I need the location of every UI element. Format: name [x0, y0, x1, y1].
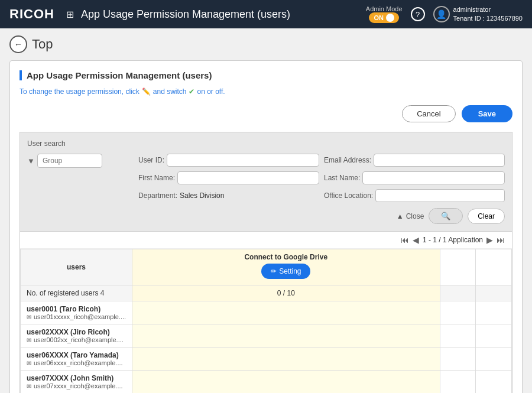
user-empty1-1 [440, 324, 476, 347]
registered-row: No. of registered users 4 0 / 10 [21, 285, 512, 301]
toggle-circle [386, 14, 394, 22]
userid-row: User ID: [138, 154, 319, 167]
user-app-cell-3 [132, 371, 440, 394]
lastname-row: Last Name: [324, 171, 505, 184]
pagination-row: ⏮ ◀ 1 - 1 / 1 Application ▶ ⏭ [20, 232, 512, 249]
prev-page-button[interactable]: ◀ [413, 235, 419, 245]
firstname-input[interactable] [177, 171, 319, 184]
user-email: ✉ user07xxxx_ricoh@example.... [27, 382, 126, 389]
user-empty1-0 [440, 301, 476, 324]
setting-label: Setting [279, 267, 301, 275]
user-cell-1: user02XXXX (Jiro Ricoh) ✉ user0002xx_ric… [21, 324, 132, 347]
header-title: App Usage Permission Management (users) [81, 8, 359, 21]
user-search-section: User search ▼ User ID: [20, 132, 512, 232]
user-empty1-3 [440, 371, 476, 394]
email-label: Email Address: [324, 156, 371, 164]
user-name: administrator [453, 5, 523, 14]
user-app-cell-1 [132, 324, 440, 347]
last-page-button[interactable]: ⏭ [497, 235, 505, 245]
grid-icon[interactable]: ⊞ [66, 9, 74, 20]
user-empty2-2 [476, 347, 512, 371]
edit-icon: ✏️ [142, 87, 151, 96]
back-button[interactable]: ← [9, 35, 27, 53]
pagination-info: 1 - 1 / 1 Application [423, 236, 483, 244]
email-row: Email Address: [324, 154, 505, 167]
department-value: Sales Division [180, 191, 224, 200]
user-email: ✉ user01xxxxx_ricoh@example.... [27, 313, 126, 320]
email-input[interactable] [374, 154, 505, 167]
page-breadcrumb: Top [32, 37, 53, 52]
user-name: user06XXXX (Taro Yamada) [27, 351, 126, 359]
user-empty1-2 [440, 347, 476, 371]
tenant-id: Tenant ID : 1234567890 [453, 14, 523, 23]
back-nav: ← Top [9, 35, 523, 53]
userid-input[interactable] [167, 154, 319, 167]
table-row: user0001 (Taro Ricoh) ✉ user01xxxxx_rico… [21, 301, 512, 324]
user-name: user0001 (Taro Ricoh) [27, 305, 126, 313]
reg-label: No. of registered users 4 [21, 285, 132, 301]
user-app-cell-2 [132, 347, 440, 371]
user-email: ✉ user0002xx_ricoh@example.... [27, 336, 126, 343]
up-arrow-icon: ▲ [397, 212, 404, 220]
lastname-input[interactable] [362, 171, 505, 184]
pencil-icon: ✏ [271, 267, 277, 275]
col-header-users: users [21, 249, 132, 285]
col-header-app: Connect to Google Drive ✏ Setting [132, 249, 440, 285]
firstname-label: First Name: [138, 174, 175, 182]
user-empty2-1 [476, 324, 512, 347]
firstname-row: First Name: [138, 171, 319, 184]
reg-empty-2 [476, 285, 512, 301]
email-icon: ✉ [27, 360, 31, 366]
table-row: user02XXXX (Jiro Ricoh) ✉ user0002xx_ric… [21, 324, 512, 347]
toggle-label: ON [374, 14, 384, 21]
clear-button[interactable]: Clear [468, 209, 505, 224]
user-cell-3: user07XXXX (John Smith) ✉ user07xxxx_ric… [21, 371, 132, 394]
check-icon: ✔ [189, 87, 194, 96]
user-app-cell-0 [132, 301, 440, 324]
user-info: administrator Tenant ID : 1234567890 [453, 5, 523, 24]
admin-mode-container: Admin Mode ON [366, 5, 403, 23]
data-table: users Connect to Google Drive ✏ Setting [20, 249, 512, 393]
search-actions: ▲ Close 🔍 Clear [27, 208, 505, 224]
email-icon: ✉ [27, 314, 31, 320]
email-icon: ✉ [27, 383, 31, 389]
user-area: 👤 administrator Tenant ID : 1234567890 [433, 5, 523, 24]
panel-title: App Usage Permission Management (users) [20, 70, 512, 80]
page-content: ← Top App Usage Permission Management (u… [0, 28, 532, 393]
main-panel: App Usage Permission Management (users) … [9, 60, 523, 393]
first-page-button[interactable]: ⏮ [401, 235, 409, 245]
search-upper: ▼ User ID: Email Address: [27, 154, 505, 202]
admin-mode-toggle[interactable]: ON [369, 12, 399, 23]
office-row: Office Location: [324, 189, 505, 202]
search-section-title: User search [27, 139, 505, 148]
filter-icon: ▼ [27, 157, 35, 165]
close-toggle[interactable]: ▲ Close [397, 212, 424, 220]
cancel-button[interactable]: Cancel [402, 105, 455, 122]
group-filter-row: ▼ [27, 154, 134, 168]
search-left: ▼ [27, 154, 134, 168]
col-empty-2 [476, 249, 512, 285]
action-buttons: Cancel Save [20, 105, 512, 122]
lastname-label: Last Name: [324, 174, 360, 182]
search-icon: 🔍 [441, 212, 450, 220]
office-label: Office Location: [324, 191, 373, 200]
email-icon: ✉ [27, 337, 31, 343]
admin-mode-label: Admin Mode [366, 5, 403, 12]
next-page-button[interactable]: ▶ [486, 235, 493, 245]
department-label: Department: [138, 191, 177, 200]
group-input[interactable] [37, 154, 102, 168]
user-cell-2: user06XXXX (Taro Yamada) ✉ user06xxxx_ri… [21, 347, 132, 371]
reg-count: 0 / 10 [132, 285, 440, 301]
user-email: ✉ user06xxxx_ricoh@example.... [27, 359, 126, 366]
reg-empty-1 [440, 285, 476, 301]
setting-button[interactable]: ✏ Setting [261, 264, 310, 279]
user-avatar: 👤 [433, 6, 450, 22]
userid-label: User ID: [138, 156, 164, 164]
table-row: user07XXXX (John Smith) ✉ user07xxxx_ric… [21, 371, 512, 394]
app-header: RICOH ⊞ App Usage Permission Management … [0, 0, 532, 28]
search-button[interactable]: 🔍 [429, 208, 463, 224]
table-row: user06XXXX (Taro Yamada) ✉ user06xxxx_ri… [21, 347, 512, 371]
save-button[interactable]: Save [462, 105, 512, 122]
help-icon[interactable]: ? [411, 7, 425, 21]
office-input[interactable] [375, 189, 505, 202]
